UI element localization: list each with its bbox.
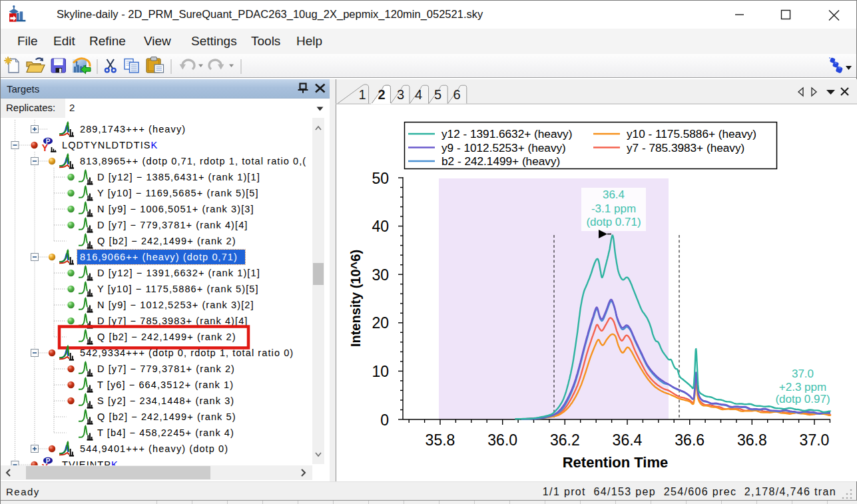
svg-text:D [y12] − 1391,6632+ (rank 1)[: D [y12] − 1391,6632+ (rank 1)[1] xyxy=(97,268,260,278)
svg-text:D [y7] − 785,3983+ (rank 4)[4]: D [y7] − 785,3983+ (rank 4)[4] xyxy=(97,316,248,326)
svg-text:20: 20 xyxy=(372,314,389,332)
svg-text:T [y6] − 664,3512+ (rank 1): T [y6] − 664,3512+ (rank 1) xyxy=(97,379,234,390)
svg-text:36.0: 36.0 xyxy=(487,431,517,449)
svg-text:2: 2 xyxy=(378,87,385,102)
svg-text:544,9401+++ (heavy) (dotp 0): 544,9401+++ (heavy) (dotp 0) xyxy=(80,443,228,454)
svg-text:37.0: 37.0 xyxy=(800,431,830,449)
svg-text:Q [b2] − 242,1499+ (rank 5): Q [b2] − 242,1499+ (rank 5) xyxy=(97,411,236,422)
svg-text:LQDTYNLDTDTISK: LQDTYNLDTDTISK xyxy=(62,140,158,150)
svg-text:Q [b2] − 242,1499+ (rank 2): Q [b2] − 242,1499+ (rank 2) xyxy=(97,332,236,342)
svg-text:5: 5 xyxy=(434,87,441,102)
svg-text:36.4: 36.4 xyxy=(613,431,643,449)
svg-text:TVIEINTPK: TVIEINTPK xyxy=(62,459,119,465)
svg-text:3: 3 xyxy=(397,87,404,102)
svg-text:Q [b2] − 242,1499+ (rank 2): Q [b2] − 242,1499+ (rank 2) xyxy=(97,236,236,246)
svg-text:y10 - 1175.5886+ (heavy): y10 - 1175.5886+ (heavy) xyxy=(627,127,756,140)
svg-text:(dotp 0.97): (dotp 0.97) xyxy=(775,393,830,405)
svg-text:b2 - 242.1499+ (heavy): b2 - 242.1499+ (heavy) xyxy=(441,154,560,168)
svg-text:36.2: 36.2 xyxy=(550,431,580,449)
svg-text:289,1743+++ (heavy): 289,1743+++ (heavy) xyxy=(80,124,186,134)
svg-text:Retention Time: Retention Time xyxy=(563,454,669,471)
svg-text:0: 0 xyxy=(380,411,389,429)
svg-text:y12 - 1391.6632+ (heavy): y12 - 1391.6632+ (heavy) xyxy=(441,127,572,140)
svg-text:816,9066++ (heavy) (dotp 0,71): 816,9066++ (heavy) (dotp 0,71) xyxy=(80,252,238,262)
svg-text:T [b4] − 458,2245+ (rank 4): T [b4] − 458,2245+ (rank 4) xyxy=(97,427,234,438)
svg-text:36.8: 36.8 xyxy=(737,431,767,449)
svg-text:Y [y10] − 1175,5886+ (rank 5)[: Y [y10] − 1175,5886+ (rank 5)[5] xyxy=(97,284,259,294)
svg-text:4: 4 xyxy=(415,87,422,102)
svg-text:D [y12] − 1385,6431+ (rank 1)[: D [y12] − 1385,6431+ (rank 1)[1] xyxy=(97,172,260,182)
svg-text:542,9334+++ (dotp 0, rdotp 1,: 542,9334+++ (dotp 0, rdotp 1, total rati… xyxy=(80,348,294,358)
svg-text:-3.1 ppm: -3.1 ppm xyxy=(591,202,636,215)
svg-text:10: 10 xyxy=(372,363,389,380)
svg-text:813,8965++ (dotp 0,71, rdotp 1: 813,8965++ (dotp 0,71, rdotp 1, total ra… xyxy=(80,156,306,166)
svg-text:D [y7] − 779,3781+ (rank 4)[4]: D [y7] − 779,3781+ (rank 4)[4] xyxy=(97,220,248,230)
svg-text:(dotp 0.71): (dotp 0.71) xyxy=(586,216,641,228)
svg-text:D [y7] − 779,3781+ (rank 2): D [y7] − 779,3781+ (rank 2) xyxy=(97,364,235,374)
svg-text:30: 30 xyxy=(372,266,389,284)
svg-text:36.6: 36.6 xyxy=(675,431,705,449)
svg-text:6: 6 xyxy=(453,87,460,102)
svg-text:50: 50 xyxy=(372,170,389,187)
svg-text:Intensity (10^6): Intensity (10^6) xyxy=(348,250,363,347)
svg-text:35.8: 35.8 xyxy=(426,431,455,449)
svg-text:y9 - 1012.5253+ (heavy): y9 - 1012.5253+ (heavy) xyxy=(441,141,566,154)
svg-text:Y [y10] − 1169,5685+ (rank 5)[: Y [y10] − 1169,5685+ (rank 5)[5] xyxy=(97,188,259,198)
svg-text:37.0: 37.0 xyxy=(792,368,814,380)
svg-text:+2.3 ppm: +2.3 ppm xyxy=(779,381,826,393)
svg-text:N [y9] − 1006,5051+ (rank 3)[3: N [y9] − 1006,5051+ (rank 3)[3] xyxy=(97,204,254,214)
svg-text:N [y9] − 1012,5253+ (rank 3)[2: N [y9] − 1012,5253+ (rank 3)[2] xyxy=(97,300,254,310)
svg-text:1: 1 xyxy=(358,87,366,102)
svg-text:40: 40 xyxy=(372,218,389,235)
svg-text:36.4: 36.4 xyxy=(603,188,625,201)
svg-text:y7 - 785.3983+ (heavy): y7 - 785.3983+ (heavy) xyxy=(627,141,744,154)
svg-text:S [y2] − 234,1448+ (rank 3): S [y2] − 234,1448+ (rank 3) xyxy=(97,395,234,406)
